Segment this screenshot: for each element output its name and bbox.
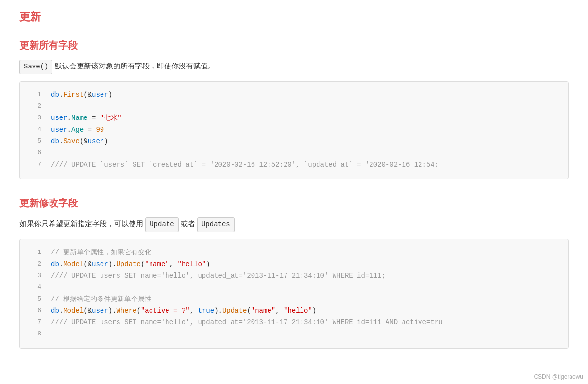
line-number: 7 bbox=[28, 317, 41, 328]
updates-code-badge: Updates bbox=[197, 217, 235, 232]
code-line: 5 db.Save(&user) bbox=[20, 136, 568, 148]
code-text: //// UPDATE users SET name='hello', upda… bbox=[51, 270, 386, 282]
line-number: 4 bbox=[28, 282, 41, 293]
line-number: 2 bbox=[28, 259, 41, 269]
section1-description-text: 默认会更新该对象的所有字段，即使你没有赋值。 bbox=[55, 62, 215, 70]
code-block-2: 1 // 更新单个属性，如果它有变化 2 db.Model(&user).Upd… bbox=[19, 239, 569, 349]
code-line: 1 db.First(&user) bbox=[20, 89, 568, 101]
section1-description: Save() 默认会更新该对象的所有字段，即使你没有赋值。 bbox=[19, 60, 569, 74]
code-text: db.Model(&user).Update("name", "hello") bbox=[51, 259, 210, 270]
section2-title: 更新修改字段 bbox=[19, 197, 569, 210]
line-number: 7 bbox=[28, 159, 41, 170]
code-line: 4 bbox=[20, 282, 568, 294]
line-number: 5 bbox=[28, 294, 41, 304]
code-line: 1 // 更新单个属性，如果它有变化 bbox=[20, 247, 568, 259]
line-number: 6 bbox=[28, 305, 41, 316]
code-line: 8 bbox=[20, 329, 568, 340]
line-number: 5 bbox=[28, 136, 41, 147]
code-line: 6 db.Model(&user).Where("active = ?", tr… bbox=[20, 305, 568, 317]
code-line: 2 bbox=[20, 101, 568, 113]
code-line: 3 //// UPDATE users SET name='hello', up… bbox=[20, 270, 568, 282]
code-text: // 根据给定的条件更新单个属性 bbox=[51, 294, 151, 305]
line-number: 6 bbox=[28, 148, 41, 158]
line-number: 1 bbox=[28, 247, 41, 258]
section2-desc-middle: 或者 bbox=[181, 219, 197, 228]
code-block-1: 1 db.First(&user) 2 3 user.Name = "七米" 4… bbox=[19, 81, 569, 179]
watermark: CSDN @tigeraowu bbox=[534, 373, 583, 376]
line-number: 3 bbox=[28, 113, 41, 123]
code-text: db.First(&user) bbox=[51, 89, 112, 101]
section1-title: 更新所有字段 bbox=[19, 39, 569, 52]
section2-desc-prefix: 如果你只希望更新指定字段，可以使用 bbox=[19, 219, 143, 228]
code-text: db.Save(&user) bbox=[51, 136, 108, 148]
save-code-badge: Save() bbox=[19, 60, 52, 74]
code-text: //// UPDATE users SET name='hello', upda… bbox=[51, 317, 443, 329]
line-number: 3 bbox=[28, 270, 41, 281]
code-text bbox=[51, 148, 55, 159]
page-title: 更新 bbox=[19, 10, 569, 24]
code-line: 6 bbox=[20, 148, 568, 159]
code-text: //// UPDATE `users` SET `created_at` = '… bbox=[51, 159, 438, 171]
code-text bbox=[51, 101, 55, 113]
code-line: 5 // 根据给定的条件更新单个属性 bbox=[20, 294, 568, 305]
code-text: db.Model(&user).Where("active = ?", true… bbox=[51, 305, 316, 317]
line-number: 1 bbox=[28, 89, 41, 100]
line-number: 4 bbox=[28, 124, 41, 135]
section2-description: 如果你只希望更新指定字段，可以使用 Update 或者 Updates bbox=[19, 217, 569, 232]
section-update-all-fields: 更新所有字段 Save() 默认会更新该对象的所有字段，即使你没有赋值。 1 d… bbox=[19, 39, 569, 179]
code-text: user.Name = "七米" bbox=[51, 113, 122, 124]
code-line: 7 //// UPDATE `users` SET `created_at` =… bbox=[20, 159, 568, 171]
code-text: // 更新单个属性，如果它有变化 bbox=[51, 247, 151, 259]
code-line: 3 user.Name = "七米" bbox=[20, 113, 568, 124]
code-line: 2 db.Model(&user).Update("name", "hello"… bbox=[20, 259, 568, 270]
code-text: user.Age = 99 bbox=[51, 124, 104, 136]
line-number: 2 bbox=[28, 101, 41, 112]
section-update-modified-fields: 更新修改字段 如果你只希望更新指定字段，可以使用 Update 或者 Updat… bbox=[19, 197, 569, 349]
code-line: 7 //// UPDATE users SET name='hello', up… bbox=[20, 317, 568, 329]
code-text bbox=[51, 329, 55, 340]
code-text bbox=[51, 282, 55, 294]
update-code-badge: Update bbox=[145, 217, 178, 232]
code-line: 4 user.Age = 99 bbox=[20, 124, 568, 136]
line-number: 8 bbox=[28, 329, 41, 339]
